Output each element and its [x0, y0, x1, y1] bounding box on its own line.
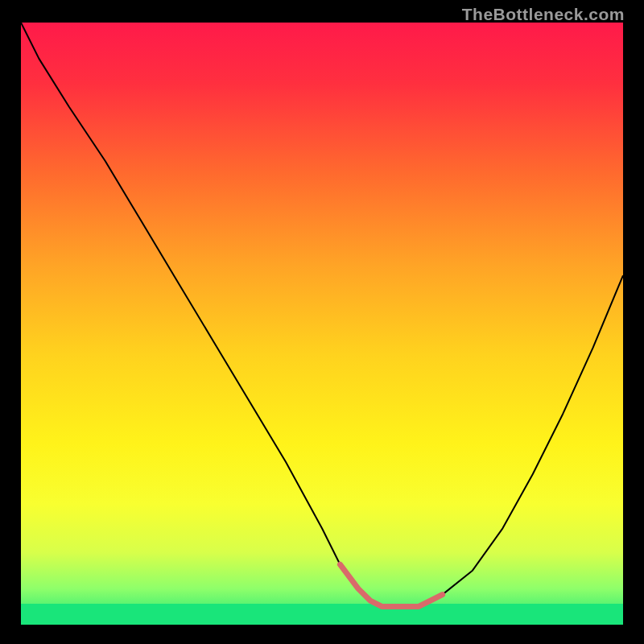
bottleneck-optimal-region — [340, 564, 442, 606]
bottleneck-curve — [21, 23, 623, 625]
chart-frame: TheBottleneck.com — [0, 0, 644, 644]
plot-area — [21, 23, 623, 625]
bottleneck-line — [21, 23, 623, 607]
watermark-text: TheBottleneck.com — [462, 5, 625, 24]
